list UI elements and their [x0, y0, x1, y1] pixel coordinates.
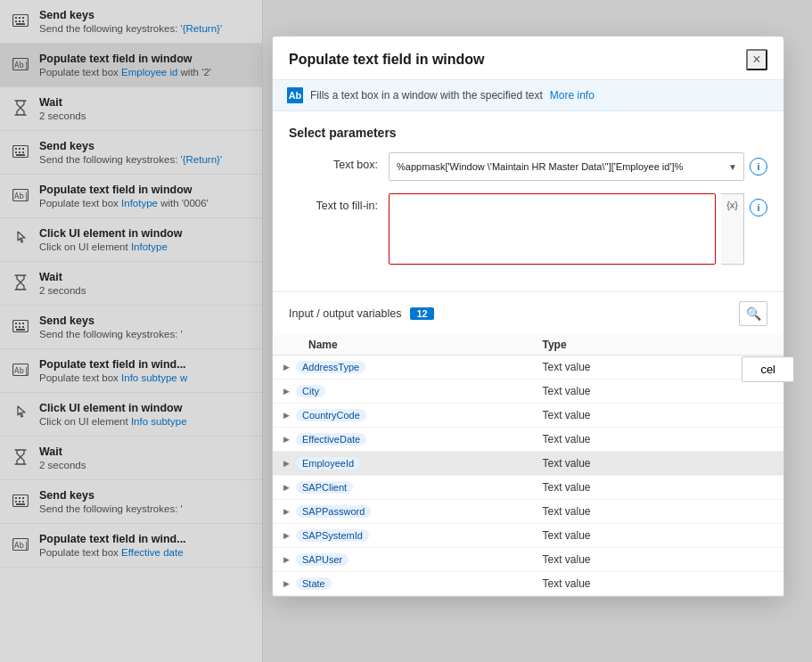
- variables-scroll-area[interactable]: Name Type ▶ AddressType Text value ▶ Cit…: [273, 335, 783, 596]
- var-name-badge: City: [296, 385, 325, 397]
- populate-dialog: Populate text field in window × Ab Fills…: [272, 36, 784, 597]
- variables-search-button[interactable]: 🔍: [739, 301, 767, 326]
- table-row[interactable]: ▶ EmployeeId Text value: [273, 452, 783, 476]
- variables-section: Input / output variables 12 🔍 Name Type …: [273, 291, 783, 596]
- var-name-badge: AddressType: [296, 361, 365, 373]
- search-icon: 🔍: [746, 306, 761, 321]
- variables-count-badge: 12: [410, 307, 433, 320]
- textbox-select[interactable]: %appmask['Window \'Maintain HR Master Da…: [389, 152, 744, 181]
- var-type-cell: Text value: [529, 380, 784, 404]
- text-fill-label: Text to fill-in:: [289, 193, 378, 212]
- var-type-cell: Text value: [529, 452, 784, 476]
- dialog-header: Populate text field in window ×: [273, 37, 783, 80]
- var-name-badge: SAPClient: [296, 481, 353, 494]
- info-icon: Ab: [287, 87, 303, 103]
- expand-icon[interactable]: ▶: [280, 457, 292, 470]
- text-fill-row: Text to fill-in: {x} i: [289, 193, 767, 265]
- table-row[interactable]: ▶ SAPPassword Text value: [273, 500, 783, 524]
- expand-icon[interactable]: ▶: [280, 577, 292, 590]
- table-row[interactable]: ▶ SAPSystemId Text value: [273, 524, 783, 548]
- var-name-badge: State: [296, 577, 332, 590]
- var-name-cell: ▶ City: [273, 380, 529, 404]
- expand-icon[interactable]: ▶: [280, 409, 292, 421]
- var-type-cell: Text value: [529, 548, 784, 572]
- expand-icon[interactable]: ▶: [280, 433, 292, 445]
- dialog-body: Select parameters Text box: %appmask['Wi…: [273, 111, 783, 291]
- expand-icon[interactable]: ▶: [280, 553, 292, 566]
- var-name-badge: SAPPassword: [296, 505, 371, 518]
- var-name-badge: EffectiveDate: [296, 433, 366, 445]
- var-name-badge: EmployeeId: [296, 457, 360, 470]
- section-title: Select parameters: [289, 126, 767, 140]
- more-info-link[interactable]: More info: [550, 89, 595, 102]
- textbox-info-button[interactable]: i: [750, 158, 767, 176]
- table-row[interactable]: ▶ AddressType Text value: [273, 356, 783, 380]
- expand-icon[interactable]: ▶: [280, 505, 292, 518]
- close-button[interactable]: ×: [746, 49, 767, 70]
- var-name-badge: CountryCode: [296, 409, 366, 421]
- var-name-cell: ▶ SAPUser: [273, 548, 529, 572]
- variable-marker: {x}: [726, 200, 738, 210]
- cancel-button[interactable]: cel: [742, 356, 794, 382]
- variables-table: Name Type ▶ AddressType Text value ▶ Cit…: [273, 335, 783, 596]
- var-name-cell: ▶ SAPPassword: [273, 500, 529, 524]
- var-name-cell: ▶ AddressType: [273, 356, 529, 380]
- var-type-cell: Text value: [529, 500, 784, 524]
- variables-label: Input / output variables: [289, 307, 401, 320]
- expand-icon[interactable]: ▶: [280, 385, 292, 397]
- col-type-header: Type: [529, 335, 784, 356]
- var-name-badge: SAPUser: [296, 553, 349, 566]
- table-row[interactable]: ▶ CountryCode Text value: [273, 404, 783, 428]
- text-fill-info-button[interactable]: i: [750, 199, 767, 217]
- var-name-cell: ▶ SAPClient: [273, 476, 529, 500]
- var-name-cell: ▶ SAPSystemId: [273, 524, 529, 548]
- textbox-select-wrapper: %appmask['Window \'Maintain HR Master Da…: [389, 152, 744, 181]
- text-fill-textarea[interactable]: [389, 193, 716, 265]
- info-text: Fills a text box in a window with the sp…: [310, 89, 543, 102]
- dialog-title: Populate text field in window: [289, 52, 485, 68]
- var-type-cell: Text value: [529, 524, 784, 548]
- expand-icon[interactable]: ▶: [280, 529, 292, 542]
- dialog-info-bar: Ab Fills a text box in a window with the…: [273, 80, 783, 111]
- table-row[interactable]: ▶ SAPClient Text value: [273, 476, 783, 500]
- table-header-row: Name Type: [273, 335, 783, 356]
- expand-icon[interactable]: ▶: [280, 481, 292, 494]
- textbox-row: Text box: %appmask['Window \'Maintain HR…: [289, 152, 767, 181]
- var-name-cell: ▶ EmployeeId: [273, 452, 529, 476]
- textbox-label: Text box:: [289, 152, 378, 171]
- table-row[interactable]: ▶ SAPUser Text value: [273, 548, 783, 572]
- var-name-cell: ▶ State: [273, 572, 529, 596]
- variables-tbody: ▶ AddressType Text value ▶ City Text val…: [273, 356, 783, 596]
- var-type-cell: Text value: [529, 572, 784, 596]
- var-type-cell: Text value: [529, 428, 784, 452]
- col-name-header: Name: [273, 335, 529, 356]
- text-fill-control: {x} i: [389, 193, 767, 265]
- table-row[interactable]: ▶ City Text value: [273, 380, 783, 404]
- var-name-badge: SAPSystemId: [296, 529, 369, 542]
- textbox-control: %appmask['Window \'Maintain HR Master Da…: [389, 152, 767, 181]
- variables-header: Input / output variables 12 🔍: [273, 292, 783, 335]
- expand-icon[interactable]: ▶: [280, 361, 292, 373]
- var-type-cell: Text value: [529, 476, 784, 500]
- table-row[interactable]: ▶ EffectiveDate Text value: [273, 428, 783, 452]
- var-name-cell: ▶ EffectiveDate: [273, 428, 529, 452]
- table-row[interactable]: ▶ State Text value: [273, 572, 783, 596]
- var-type-cell: Text value: [529, 404, 784, 428]
- text-fill-suffix: {x}: [721, 193, 744, 265]
- var-name-cell: ▶ CountryCode: [273, 404, 529, 428]
